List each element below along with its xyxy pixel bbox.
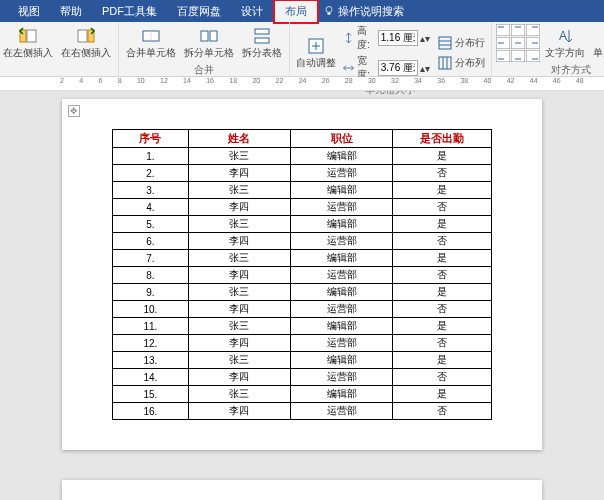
svg-point-0 (326, 7, 332, 13)
table-row[interactable]: 8.李四运营部否 (113, 267, 492, 284)
table-row[interactable]: 3.张三编辑部是 (113, 182, 492, 199)
autofit-button[interactable]: 自动调整 (294, 34, 337, 72)
svg-rect-35 (526, 50, 540, 62)
text-direction-button[interactable]: A 文字方向 (542, 24, 588, 62)
distribute-rows-button[interactable]: 分布行 (435, 34, 487, 52)
align-tl-icon[interactable] (496, 24, 510, 36)
table-row[interactable]: 15.张三编辑部是 (113, 386, 492, 403)
lightbulb-icon (323, 5, 335, 17)
cell-margins-button[interactable]: 单元格边距 (590, 24, 604, 62)
align-tc-icon[interactable] (511, 24, 525, 36)
svg-rect-19 (496, 24, 510, 36)
table-row[interactable]: 6.李四运营部否 (113, 233, 492, 250)
table-row[interactable]: 11.张三编辑部是 (113, 318, 492, 335)
insert-right-icon (76, 26, 96, 46)
table-row[interactable]: 13.张三编辑部是 (113, 352, 492, 369)
insert-left-button[interactable]: 在左侧插入 (0, 24, 56, 62)
align-mc-icon[interactable] (511, 37, 525, 49)
svg-rect-1 (328, 13, 331, 15)
svg-rect-16 (439, 57, 451, 69)
group-align-label: 对齐方式 (551, 62, 591, 78)
svg-rect-4 (78, 30, 87, 42)
table-row[interactable]: 4.李四运营部否 (113, 199, 492, 216)
align-ml-icon[interactable] (496, 37, 510, 49)
table-row[interactable]: 5.张三编辑部是 (113, 216, 492, 233)
align-bc-icon[interactable] (511, 50, 525, 62)
table-row[interactable]: 12.李四运营部否 (113, 335, 492, 352)
svg-rect-3 (27, 30, 36, 42)
align-br-icon[interactable] (526, 50, 540, 62)
merge-icon (141, 26, 161, 46)
split-cells-button[interactable]: 拆分单元格 (181, 24, 237, 62)
svg-text:A: A (559, 29, 567, 43)
table-row[interactable]: 1.张三编辑部是 (113, 148, 492, 165)
tab-pdf[interactable]: PDF工具集 (92, 1, 167, 22)
group-cellsize: 自动调整 高度: ▴▾ 宽度: ▴▾ 分布行 (290, 22, 492, 76)
table-header[interactable]: 序号 (113, 130, 189, 148)
table-header[interactable]: 职位 (291, 130, 393, 148)
merge-cells-button[interactable]: 合并单元格 (123, 24, 179, 62)
page-1: ✥ 序号姓名职位是否出勤 1.张三编辑部是2.李四运营部否3.张三编辑部是4.李… (62, 99, 542, 450)
horizontal-ruler[interactable]: 2468101214161820222426283032343638404244… (0, 77, 604, 91)
svg-rect-10 (255, 29, 269, 34)
height-spinner[interactable]: 高度: ▴▾ (342, 24, 430, 52)
table-row[interactable]: 16.李四运营部否 (113, 403, 492, 420)
dist-cols-icon (437, 55, 453, 71)
align-mr-icon[interactable] (526, 37, 540, 49)
attendance-table[interactable]: 序号姓名职位是否出勤 1.张三编辑部是2.李四运营部否3.张三编辑部是4.李四运… (112, 129, 492, 420)
distribute-cols-button[interactable]: 分布列 (435, 54, 487, 72)
text-dir-icon: A (555, 26, 575, 46)
page-2: 序号姓名职位是否出勤 (62, 480, 542, 500)
split-icon (199, 26, 219, 46)
search-placeholder: 操作说明搜索 (338, 4, 404, 19)
align-grid[interactable] (496, 24, 540, 62)
svg-rect-9 (210, 31, 217, 41)
tab-view[interactable]: 视图 (8, 1, 50, 22)
autofit-icon (306, 36, 326, 56)
svg-rect-8 (201, 31, 208, 41)
svg-rect-33 (511, 50, 525, 62)
svg-rect-23 (526, 24, 540, 36)
height-input[interactable] (378, 30, 418, 46)
table-row[interactable]: 9.张三编辑部是 (113, 284, 492, 301)
svg-rect-31 (496, 50, 510, 62)
group-merge: 合并单元格 拆分单元格 拆分表格 合并 (119, 22, 290, 76)
tab-design[interactable]: 设计 (231, 1, 273, 22)
width-icon (342, 60, 355, 76)
tab-help[interactable]: 帮助 (50, 1, 92, 22)
svg-rect-13 (439, 37, 451, 49)
tab-layout[interactable]: 布局 (273, 0, 319, 24)
table-row[interactable]: 14.李四运营部否 (113, 369, 492, 386)
svg-rect-21 (511, 24, 525, 36)
dist-rows-icon (437, 35, 453, 51)
group-merge-label: 合并 (194, 62, 214, 78)
table-move-handle[interactable]: ✥ (68, 105, 80, 117)
tell-me-search[interactable]: 操作说明搜索 (323, 4, 404, 19)
insert-right-button[interactable]: 在右侧插入 (58, 24, 114, 62)
insert-left-icon (18, 26, 38, 46)
document-area[interactable]: ✥ 序号姓名职位是否出勤 1.张三编辑部是2.李四运营部否3.张三编辑部是4.李… (0, 91, 604, 500)
width-input[interactable] (378, 60, 418, 76)
group-insert: 在左侧插入 在右侧插入 (0, 22, 119, 76)
table-header[interactable]: 是否出勤 (393, 130, 492, 148)
tab-baidu[interactable]: 百度网盘 (167, 1, 231, 22)
group-align: A 文字方向 单元格边距 对齐方式 (492, 22, 604, 76)
table-row[interactable]: 10.李四运营部否 (113, 301, 492, 318)
align-tr-icon[interactable] (526, 24, 540, 36)
split-table-button[interactable]: 拆分表格 (239, 24, 285, 62)
height-icon (342, 30, 355, 46)
table-row[interactable]: 2.李四运营部否 (113, 165, 492, 182)
svg-rect-11 (255, 38, 269, 43)
align-bl-icon[interactable] (496, 50, 510, 62)
table-header[interactable]: 姓名 (188, 130, 290, 148)
tab-bar: 视图 帮助 PDF工具集 百度网盘 设计 布局 操作说明搜索 (0, 0, 604, 22)
ribbon: 在左侧插入 在右侧插入 合并单元格 拆分单元格 拆分表格 合并 (0, 22, 604, 77)
split-table-icon (252, 26, 272, 46)
table-row[interactable]: 7.张三编辑部是 (113, 250, 492, 267)
